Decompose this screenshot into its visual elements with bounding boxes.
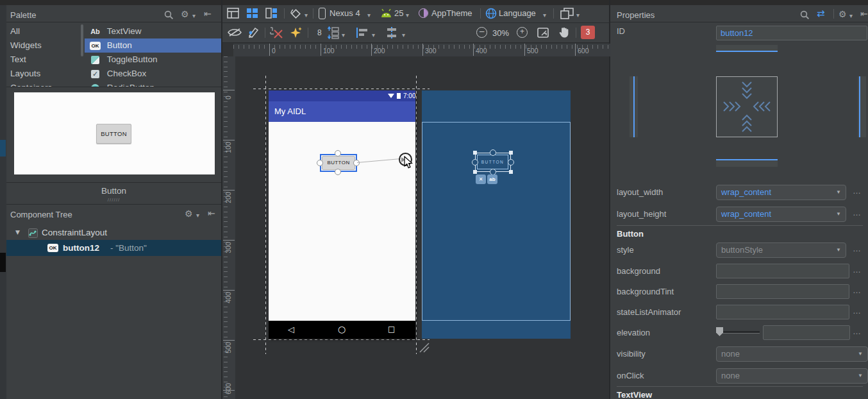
gear-icon[interactable]: ⚙ (181, 9, 189, 19)
background-tint-more-button[interactable] (853, 285, 861, 295)
state-list-animator-field[interactable] (716, 305, 849, 319)
palette-scrollbar[interactable] (81, 24, 83, 56)
pan-hand-icon[interactable] (558, 26, 571, 42)
constraint-anchor-right[interactable] (508, 159, 514, 166)
tool-stripe-button[interactable] (0, 253, 6, 272)
chevron-down-icon[interactable] (576, 8, 580, 20)
preview-button[interactable]: BUTTON (96, 124, 131, 144)
split-view-icon[interactable] (265, 8, 278, 21)
error-count-badge[interactable]: 3 (581, 26, 595, 39)
elevation-slider[interactable] (716, 327, 761, 337)
hide-panel-icon[interactable]: ⇤ (204, 8, 212, 19)
language-selector[interactable]: Language (499, 8, 536, 18)
zoom-out-button[interactable]: − (476, 27, 487, 38)
palette-item-radiobutton[interactable]: RadioButton (85, 81, 221, 87)
id-field[interactable]: button12 (716, 26, 867, 40)
chevron-down-icon[interactable] (196, 208, 199, 220)
palette-item-checkbox[interactable]: ✓ CheckBox (85, 67, 221, 81)
tool-stripe-button[interactable] (0, 140, 6, 157)
hide-panel-icon[interactable]: ⇤ (208, 208, 215, 218)
hide-panel-icon[interactable]: ⇤ (860, 8, 868, 19)
expand-arrow-icon[interactable]: ▼ (15, 225, 20, 240)
margin-top-control[interactable] (716, 45, 778, 52)
api-level-selector[interactable]: 25 (394, 8, 403, 18)
chevron-down-icon[interactable] (406, 8, 409, 20)
constraint-anchor-top[interactable] (335, 150, 341, 157)
clear-constraints-icon[interactable] (269, 26, 283, 42)
blueprint-button[interactable]: BUTTON (477, 155, 508, 169)
visibility-combo[interactable]: none (716, 346, 868, 362)
palette-item-togglebutton[interactable]: ToggleButton (85, 53, 221, 67)
constraint-inspector-widget[interactable] (716, 76, 778, 137)
search-icon[interactable] (800, 10, 810, 22)
chevron-down-icon[interactable] (192, 9, 196, 21)
palette-category-widgets[interactable]: Widgets (6, 38, 82, 53)
theme-selector[interactable]: AppTheme (431, 8, 472, 18)
design-button[interactable]: BUTTON (322, 156, 355, 170)
search-icon[interactable] (164, 10, 174, 22)
preview-resize-grip[interactable]: ////// (6, 197, 221, 203)
autoconnect-icon[interactable] (247, 26, 260, 41)
layout-height-more-button[interactable] (853, 208, 861, 217)
blueprint-surface[interactable]: BUTTON ✕ ab (422, 90, 571, 339)
style-more-button[interactable] (853, 244, 861, 253)
chevron-down-icon[interactable] (372, 28, 375, 40)
nav-back-icon[interactable]: ◁ (288, 325, 294, 334)
zoom-to-fit-icon[interactable] (537, 28, 549, 40)
chevron-down-icon[interactable] (543, 8, 546, 20)
constraint-anchor-left[interactable] (472, 159, 478, 166)
default-margin-value[interactable]: 8 (317, 28, 322, 37)
zoom-in-button[interactable]: + (517, 27, 528, 38)
palette-category-text[interactable]: Text (6, 53, 82, 67)
multi-device-preview-icon[interactable] (560, 8, 574, 22)
constraint-anchor-left[interactable] (317, 160, 323, 166)
palette-category-all[interactable]: All (6, 24, 82, 38)
design-view-icon[interactable] (227, 8, 239, 21)
elevation-more-button[interactable] (853, 327, 861, 336)
blueprint-view-icon[interactable] (246, 8, 258, 21)
distribute-icon[interactable] (386, 26, 397, 42)
device-selector[interactable]: Nexus 4 (330, 8, 360, 18)
baseline-action-icon[interactable]: ab (487, 174, 497, 184)
constraint-anchor-bottom[interactable] (335, 169, 341, 175)
palette-category-containers[interactable]: Containers (6, 81, 82, 87)
background-field[interactable] (716, 264, 849, 278)
margin-right-control[interactable] (858, 76, 866, 137)
margin-left-control[interactable] (630, 76, 638, 137)
constraint-anchor-top[interactable] (490, 149, 496, 156)
swap-view-icon[interactable]: ⇄ (817, 8, 825, 19)
resize-handle[interactable] (419, 342, 430, 356)
tree-row-constraintlayout[interactable]: ▼ ConstraintLayout (6, 225, 221, 240)
style-combo[interactable]: buttonStyle (716, 242, 846, 258)
margin-bottom-control[interactable] (716, 159, 778, 167)
chevron-down-icon[interactable] (367, 8, 371, 20)
chevron-down-icon[interactable] (305, 8, 308, 20)
nav-home-icon[interactable]: ○ (338, 324, 346, 334)
chevron-down-icon[interactable] (402, 28, 405, 40)
constraint-anchor-right[interactable] (353, 160, 360, 166)
palette-item-textview[interactable]: Ab TextView (85, 24, 221, 38)
nav-recents-icon[interactable]: □ (388, 325, 395, 334)
tree-row-button12[interactable]: OK button12 - "Button" (6, 240, 221, 256)
palette-item-button[interactable]: OK Button (85, 38, 221, 53)
state-list-animator-more-button[interactable] (853, 306, 861, 316)
gear-icon[interactable]: ⚙ (839, 9, 847, 19)
pack-expand-icon[interactable] (327, 26, 340, 42)
slider-thumb[interactable] (716, 327, 723, 336)
show-constraints-icon[interactable] (228, 28, 242, 40)
chevron-down-icon[interactable] (849, 9, 853, 21)
palette-category-layouts[interactable]: Layouts (6, 67, 82, 81)
delete-constraints-icon[interactable]: ✕ (476, 174, 486, 184)
design-device-screen[interactable]: 7:00 My AIDL ◁ ○ □ (269, 90, 415, 339)
orientation-icon[interactable] (289, 7, 303, 22)
background-more-button[interactable] (853, 265, 861, 275)
background-tint-field[interactable] (716, 284, 849, 299)
layout-width-combo[interactable]: wrap_content (716, 185, 846, 200)
elevation-field[interactable] (763, 325, 850, 340)
layout-height-combo[interactable]: wrap_content (716, 207, 846, 222)
infer-constraints-icon[interactable] (288, 26, 303, 42)
chevron-down-icon[interactable] (342, 28, 345, 40)
onclick-combo[interactable]: none (716, 368, 868, 384)
align-icon[interactable] (356, 27, 369, 41)
gear-icon[interactable]: ⚙ (185, 208, 193, 219)
